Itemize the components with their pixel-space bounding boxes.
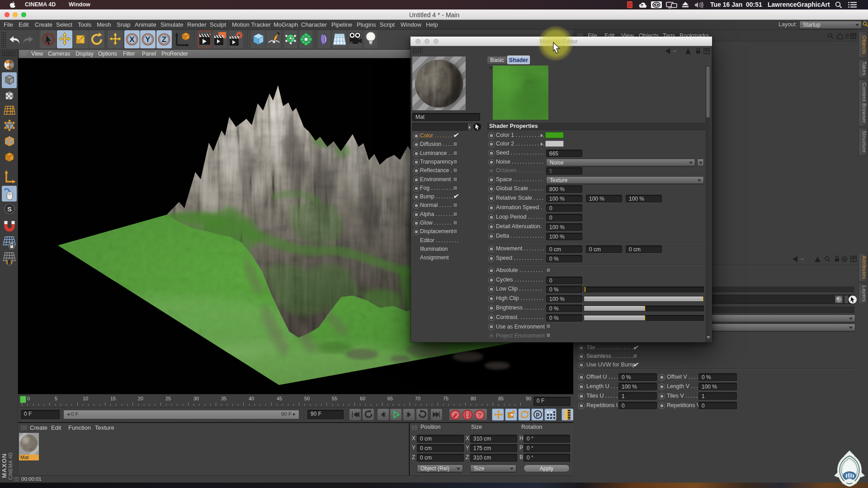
svg-text:?: ? (478, 412, 481, 418)
svg-text:MAXON: MAXON (1, 453, 8, 478)
svg-text:P: P (536, 412, 539, 418)
svg-text:Y: Y (145, 35, 151, 44)
svg-text:X: X (129, 35, 135, 44)
svg-text:S: S (7, 205, 12, 213)
svg-text:Z: Z (162, 35, 166, 44)
